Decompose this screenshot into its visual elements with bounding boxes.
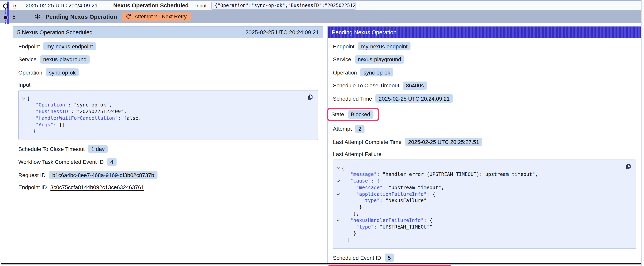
chevron-down-icon[interactable]: [335, 217, 342, 224]
event-rows: 5 2025-02-25 UTC 20:24:09.21 Nexus Opera…: [0, 0, 644, 23]
field-value-badge: 86400s: [403, 81, 427, 90]
field-label: Request ID: [18, 172, 46, 178]
field-value-badge: b1c6a4bc-8ee7-468a-9169-df3b02c8737b: [49, 171, 157, 179]
event-id-link[interactable]: 5: [13, 2, 16, 9]
field-label: Scheduled Event ID: [333, 254, 381, 261]
failure-json-viewer: { "message": "handler error (UPSTREAM_TI…: [333, 159, 636, 249]
field-value-badge: nexus-playground: [40, 55, 90, 63]
field-label: Endpoint: [333, 43, 354, 49]
field-label: Operation: [333, 69, 357, 76]
input-label: Input: [195, 3, 206, 9]
retry-icon: [126, 14, 131, 20]
field-label: Operation: [18, 69, 42, 76]
input-json-viewer: { "Operation": "sync-op-ok", "BusinessID…: [18, 90, 318, 140]
retry-attempt-badge: Attempt 2 · Next Retry: [122, 12, 190, 21]
timeline-node-open-icon[interactable]: [3, 4, 8, 9]
scheduled-panel-timestamp: 2025-02-25 UTC 20:24:09.21: [246, 29, 319, 35]
field-value-badge: 2025-02-25 UTC 20:24:09.21: [376, 94, 453, 103]
event-detail-panels: 5 Nexus Operation Scheduled 2025-02-25 U…: [0, 26, 644, 266]
retry-badge-label: Attempt 2 · Next Retry: [134, 14, 186, 20]
event-timestamp: 2025-02-25 UTC 20:24:09.21: [26, 2, 98, 9]
failure-section-label: Last Attempt Failure: [333, 151, 636, 157]
input-section-label: Input: [18, 81, 318, 88]
chevron-down-icon[interactable]: [335, 165, 342, 171]
event-title: Nexus Operation Scheduled: [113, 2, 189, 9]
field-label: Workflow Task Completed Event ID: [18, 159, 104, 165]
field-label: Service: [333, 56, 351, 62]
input-preview-chip[interactable]: {"Operation":"sync-op-ok","BusinessID":"…: [211, 1, 356, 10]
field-value-badge: sync-op-ok: [46, 68, 79, 76]
field-label: Schedule To Close Timeout: [18, 146, 84, 152]
pending-panel-body: Endpointmy-nexus-endpoint Servicenexus-p…: [328, 38, 641, 266]
state-label: State: [331, 111, 344, 117]
state-highlight-box: State Blocked: [327, 107, 379, 121]
chevron-down-icon[interactable]: [20, 95, 27, 102]
copy-icon[interactable]: [307, 93, 314, 100]
scheduled-event-panel: 5 Nexus Operation Scheduled 2025-02-25 U…: [13, 26, 323, 263]
copy-icon[interactable]: [625, 163, 632, 170]
timeline-node-current-icon[interactable]: [3, 15, 8, 20]
event-row-pending[interactable]: 5 Pending Nexus Operation Attempt 2 · Ne…: [0, 10, 644, 23]
vertical-scrollbar[interactable]: [641, 0, 644, 266]
pending-panel-title: Pending Nexus Operation: [332, 29, 396, 35]
scheduled-panel-title: 5 Nexus Operation Scheduled: [17, 29, 92, 35]
field-value-badge: 4: [107, 158, 116, 166]
state-value-badge: Blocked: [348, 110, 373, 118]
event-history-view: 5 2025-02-25 UTC 20:24:09.21 Nexus Opera…: [0, 0, 644, 266]
pending-operation-panel: Pending Nexus Operation Endpointmy-nexus…: [328, 26, 641, 263]
chevron-down-icon[interactable]: [335, 178, 342, 184]
endpoint-id-link[interactable]: 3c0c75ccfa8144b092c13ce632463761: [50, 184, 144, 190]
attempt-value-badge: 2: [355, 125, 365, 133]
blocked-reason-highlight-box: Blocked Reason The circuit breaker is op…: [327, 265, 452, 266]
field-label: Scheduled Time: [333, 95, 372, 102]
scheduled-event-id-badge: 5: [385, 253, 394, 262]
field-label: Last Attempt Complete Time: [333, 139, 402, 145]
field-label: Endpoint ID: [18, 184, 47, 190]
field-label: Attempt: [333, 126, 352, 132]
field-value-badge: nexus-playground: [354, 55, 404, 63]
content-bottom-divider: [1, 263, 642, 264]
field-value-badge: my-nexus-endpoint: [358, 42, 411, 50]
scheduled-panel-header: 5 Nexus Operation Scheduled 2025-02-25 U…: [13, 27, 323, 38]
pending-title: Pending Nexus Operation: [46, 13, 117, 20]
pending-event-id-link[interactable]: 5: [12, 14, 16, 20]
field-value-badge: my-nexus-endpoint: [44, 42, 96, 50]
field-label: Service: [18, 56, 36, 62]
field-value-badge: 1 day: [88, 145, 108, 153]
field-label: Schedule To Close Timeout: [333, 82, 399, 89]
event-row-scheduled[interactable]: 5 2025-02-25 UTC 20:24:09.21 Nexus Opera…: [0, 1, 644, 10]
scheduled-panel-body: Endpointmy-nexus-endpoint Servicenexus-p…: [13, 38, 323, 190]
field-value-badge: sync-op-ok: [360, 68, 393, 76]
field-label: Endpoint: [18, 43, 40, 49]
pending-panel-header: Pending Nexus Operation: [328, 27, 641, 38]
asterisk-icon: [35, 14, 40, 20]
field-value-badge: 2025-02-25 UTC 20:25:27.51: [405, 138, 482, 146]
chevron-down-icon[interactable]: [335, 191, 342, 197]
